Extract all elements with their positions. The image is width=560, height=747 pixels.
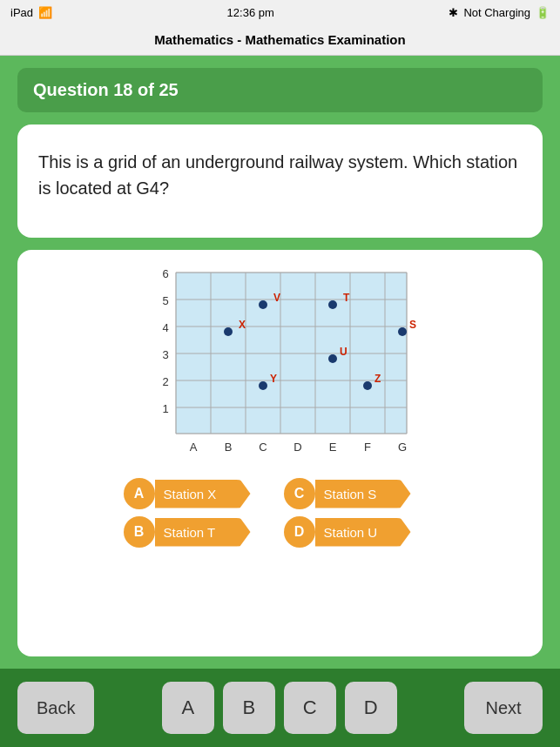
nav-bar: Mathematics - Mathematics Examination	[0, 24, 560, 56]
svg-point-39	[259, 381, 267, 390]
svg-point-37	[328, 354, 337, 363]
status-bar: iPad 📶 12:36 pm ✱ Not Charging 🔋	[0, 0, 560, 24]
answer-label-a: Station X	[155, 480, 251, 508]
answer-option-a[interactable]: A Station X	[124, 478, 277, 509]
svg-text:B: B	[224, 441, 232, 454]
question-card: This is a grid of an underground railway…	[17, 124, 543, 238]
next-button[interactable]: Next	[464, 682, 543, 734]
svg-text:Y: Y	[270, 373, 277, 385]
svg-point-31	[259, 300, 267, 309]
svg-text:5: 5	[162, 294, 168, 307]
main-content: Question 18 of 25 This is a grid of an u…	[0, 56, 560, 669]
answer-option-b[interactable]: B Station T	[124, 516, 277, 548]
bluetooth-icon: ✱	[449, 6, 458, 19]
question-text: This is a grid of an underground railway…	[38, 152, 517, 198]
bottom-bar: Back A B C D Next	[0, 669, 560, 747]
chart-container: 6 5 4 3 2 1 A B C D E F G X V	[141, 264, 420, 464]
svg-text:3: 3	[162, 348, 168, 361]
svg-text:F: F	[364, 441, 371, 454]
answer-badge-b: B	[124, 516, 155, 548]
svg-text:T: T	[343, 292, 350, 304]
answer-label-b: Station T	[155, 518, 251, 547]
svg-text:1: 1	[162, 402, 168, 415]
svg-point-29	[224, 327, 233, 336]
svg-text:U: U	[340, 346, 347, 358]
question-counter: Question 18 of 25	[33, 80, 179, 99]
answer-d-button[interactable]: D	[345, 682, 397, 734]
svg-point-41	[363, 381, 372, 390]
answer-label-c: Station S	[315, 480, 411, 508]
answer-a-button[interactable]: A	[162, 682, 214, 734]
status-left: iPad 📶	[10, 6, 52, 19]
svg-text:4: 4	[162, 321, 168, 334]
question-header: Question 18 of 25	[17, 68, 543, 112]
svg-text:E: E	[328, 441, 336, 454]
nav-title: Mathematics - Mathematics Examination	[154, 32, 405, 47]
svg-text:6: 6	[162, 267, 168, 280]
wifi-icon: 📶	[38, 6, 52, 19]
answer-badge-a: A	[124, 478, 155, 509]
svg-text:S: S	[409, 319, 416, 331]
status-right: ✱ Not Charging 🔋	[449, 6, 550, 19]
svg-point-33	[328, 300, 337, 309]
svg-point-35	[398, 327, 407, 336]
svg-text:C: C	[259, 441, 267, 454]
answer-b-button[interactable]: B	[223, 682, 275, 734]
svg-text:D: D	[293, 441, 301, 454]
answer-option-c[interactable]: C Station S	[284, 478, 437, 509]
answer-buttons: A B C D	[162, 682, 397, 734]
grid-chart: 6 5 4 3 2 1 A B C D E F G X V	[141, 264, 420, 464]
device-label: iPad	[10, 6, 33, 19]
answer-options: A Station X C Station S B Station T D St…	[124, 478, 437, 548]
answer-label-d: Station U	[315, 518, 411, 547]
svg-text:V: V	[273, 292, 280, 304]
battery-label: Not Charging	[463, 6, 530, 19]
answer-c-button[interactable]: C	[284, 682, 336, 734]
svg-text:2: 2	[162, 375, 168, 388]
svg-text:Z: Z	[374, 373, 381, 385]
svg-text:A: A	[189, 441, 197, 454]
back-button[interactable]: Back	[17, 682, 94, 734]
answer-badge-c: C	[284, 478, 315, 509]
battery-icon: 🔋	[536, 6, 550, 19]
svg-text:X: X	[239, 319, 246, 331]
answer-option-d[interactable]: D Station U	[284, 516, 437, 548]
grid-card: 6 5 4 3 2 1 A B C D E F G X V	[17, 250, 543, 656]
status-time: 12:36 pm	[227, 6, 274, 19]
answer-badge-d: D	[284, 516, 315, 548]
svg-text:G: G	[397, 441, 406, 454]
